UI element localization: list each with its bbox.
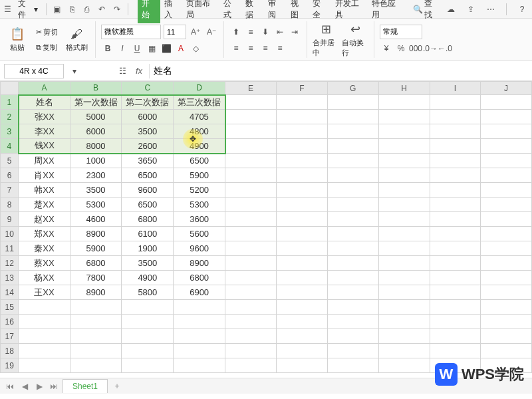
cell[interactable] (225, 95, 277, 110)
cell[interactable] (225, 256, 277, 271)
cell[interactable]: 4900 (122, 271, 174, 285)
cell[interactable] (430, 183, 481, 198)
cell[interactable]: 蔡XX (19, 256, 70, 271)
cell[interactable]: 郑XX (19, 227, 70, 241)
cell[interactable]: 第一次数据 (70, 95, 122, 110)
row-header[interactable]: 9 (1, 212, 19, 227)
row-header[interactable]: 16 (1, 315, 19, 329)
cell[interactable] (327, 212, 378, 227)
cell[interactable]: 5900 (174, 168, 225, 183)
row-header[interactable]: 12 (1, 256, 19, 271)
cell[interactable]: 5200 (174, 183, 225, 198)
cell[interactable]: 周XX (19, 154, 70, 168)
cell[interactable] (430, 285, 481, 300)
indent-decrease-icon[interactable]: ⇤ (273, 25, 287, 39)
cell[interactable]: 5000 (70, 110, 122, 124)
cell[interactable] (327, 315, 378, 329)
cell[interactable] (174, 344, 225, 358)
cell[interactable]: 第二次数据 (122, 95, 174, 110)
cell[interactable] (430, 110, 481, 124)
cell[interactable] (430, 168, 481, 183)
cell[interactable] (327, 139, 378, 154)
tab-insert[interactable]: 插入 (160, 0, 183, 23)
cell[interactable]: 4705 (174, 110, 225, 124)
undo-icon[interactable]: ↶ (95, 2, 108, 17)
cell[interactable]: 赵XX (19, 212, 70, 227)
decrease-decimal-icon[interactable]: ←.0 (438, 42, 452, 55)
cell[interactable]: 2300 (70, 168, 122, 183)
cell[interactable] (430, 227, 481, 241)
cell[interactable]: 5300 (174, 198, 225, 212)
cell[interactable] (122, 315, 174, 329)
cell[interactable]: 韩XX (19, 183, 70, 198)
cell[interactable] (70, 300, 122, 315)
format-painter-button[interactable]: 🖌 格式刷 (63, 22, 90, 58)
share-icon[interactable]: ⇪ (464, 2, 478, 17)
sheet-next-icon[interactable]: ▶ (33, 380, 45, 392)
cell[interactable]: 李XX (19, 124, 70, 139)
cell[interactable] (481, 212, 532, 227)
tab-page-layout[interactable]: 页面布局 (182, 0, 219, 23)
cell[interactable] (430, 139, 481, 154)
row-header[interactable]: 14 (1, 285, 19, 300)
cell[interactable]: 6500 (122, 168, 174, 183)
cell[interactable] (225, 315, 277, 329)
cell[interactable]: 7800 (70, 271, 122, 285)
cell[interactable]: 3500 (122, 256, 174, 271)
cell[interactable] (481, 300, 532, 315)
cell[interactable] (430, 95, 481, 110)
cell[interactable] (174, 315, 225, 329)
decrease-font-icon[interactable]: A⁻ (205, 25, 218, 39)
cell[interactable] (378, 329, 430, 344)
cell[interactable] (481, 227, 532, 241)
cell[interactable]: 3600 (174, 212, 225, 227)
cell[interactable]: 6800 (122, 212, 174, 227)
cell[interactable] (430, 300, 481, 315)
cell[interactable] (430, 315, 481, 329)
cell[interactable] (378, 300, 430, 315)
sheet-prev-icon[interactable]: ◀ (19, 380, 31, 392)
cell[interactable] (481, 271, 532, 285)
cell[interactable] (276, 110, 327, 124)
cell[interactable]: 3650 (122, 154, 174, 168)
sheet-last-icon[interactable]: ⏭ (48, 380, 60, 392)
cell[interactable] (19, 300, 70, 315)
cell[interactable] (225, 227, 277, 241)
cell[interactable] (225, 183, 277, 198)
paste-button[interactable]: 📋 粘贴 (4, 22, 31, 58)
search-button[interactable]: 🔍 查找 (409, 0, 442, 22)
save-icon[interactable]: ▣ (51, 2, 64, 17)
cell[interactable] (430, 271, 481, 285)
cell[interactable] (122, 358, 174, 373)
cell[interactable]: 6100 (122, 227, 174, 241)
col-header[interactable]: E (225, 82, 277, 95)
cell[interactable] (481, 241, 532, 256)
cell[interactable] (174, 300, 225, 315)
align-top-icon[interactable]: ⬆ (229, 25, 243, 39)
cell[interactable]: 4800 (174, 124, 225, 139)
cell[interactable] (378, 168, 430, 183)
cell[interactable] (481, 110, 532, 124)
row-header[interactable]: 7 (1, 183, 19, 198)
cut-button[interactable]: ✂ 剪切 (33, 26, 61, 39)
font-name-select[interactable] (101, 25, 161, 39)
col-header[interactable]: C (122, 82, 174, 95)
cell[interactable] (378, 344, 430, 358)
col-header[interactable]: B (70, 82, 122, 95)
cell[interactable]: 5900 (70, 241, 122, 256)
hamburger-icon[interactable]: ☰ (3, 4, 13, 15)
cell[interactable] (225, 212, 277, 227)
row-header[interactable]: 5 (1, 154, 19, 168)
cell[interactable] (430, 212, 481, 227)
print-icon[interactable]: ⎙ (80, 2, 94, 17)
merge-center-button[interactable]: ⊞ 合并居中 (313, 22, 339, 58)
col-header[interactable]: I (430, 82, 481, 95)
cell[interactable] (481, 285, 532, 300)
fx-icon[interactable]: fx (133, 66, 145, 76)
cell[interactable] (276, 212, 327, 227)
cell[interactable] (481, 168, 532, 183)
file-menu[interactable]: 文件 ▾ (14, 0, 42, 22)
indent-increase-icon[interactable]: ⇥ (288, 25, 301, 39)
cell[interactable] (19, 315, 70, 329)
cell[interactable]: 8900 (174, 256, 225, 271)
